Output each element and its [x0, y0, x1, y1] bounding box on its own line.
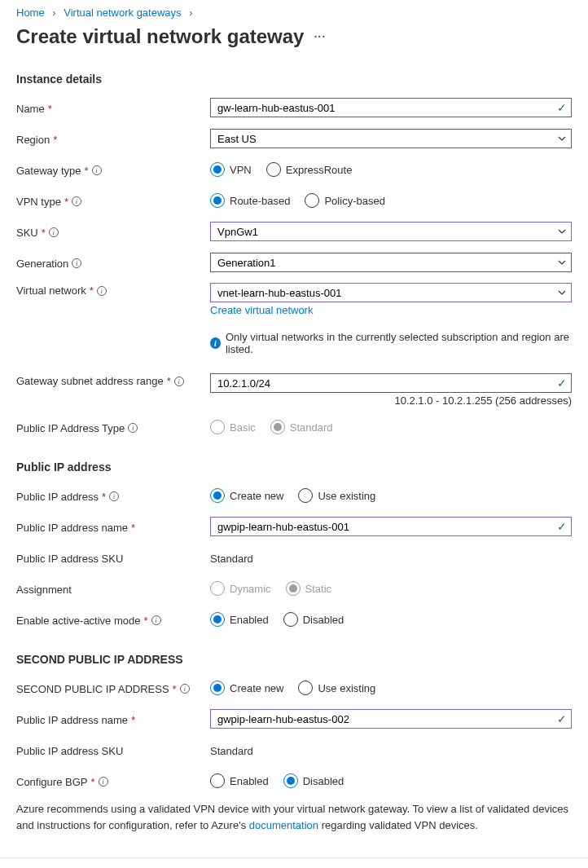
info-icon[interactable]: i	[109, 491, 119, 501]
breadcrumb: Home › Virtual network gateways ›	[16, 0, 572, 22]
radio-label: Create new	[230, 490, 283, 502]
required-indicator: *	[143, 615, 147, 627]
radio-pip2-create-new[interactable]: Create new	[210, 681, 283, 695]
radio-vpn-route[interactable]: Route-based	[210, 193, 290, 208]
info-banner-vnet: i Only virtual networks in the currently…	[210, 331, 572, 355]
required-indicator: *	[131, 522, 135, 534]
required-indicator: *	[173, 683, 177, 695]
radio-label: Standard	[290, 421, 333, 434]
radio-label: ExpressRoute	[286, 164, 353, 176]
required-indicator: *	[90, 284, 94, 297]
radio-label: Dynamic	[230, 583, 271, 595]
info-icon[interactable]: i	[99, 777, 108, 786]
section-second-pip: SECOND PUBLIC IP ADDRESS	[16, 653, 572, 666]
info-icon[interactable]: i	[72, 258, 81, 268]
required-indicator: *	[90, 776, 94, 788]
sku-select[interactable]	[210, 222, 572, 241]
label-generation: Generation	[16, 258, 68, 270]
label-region: Region	[16, 134, 50, 146]
info-icon[interactable]: i	[180, 684, 190, 694]
page-title: Create virtual network gateway ···	[16, 25, 572, 48]
radio-label: Create new	[230, 682, 283, 694]
required-indicator: *	[42, 227, 46, 239]
label-subnet-range: Gateway subnet address range	[16, 375, 164, 387]
label-pip-type: Public IP Address Type	[16, 422, 125, 434]
radio-pip-standard: Standard	[270, 420, 333, 434]
label-pip-name: Public IP address name	[16, 522, 128, 534]
radio-pip-use-existing[interactable]: Use existing	[298, 488, 375, 503]
pip2-name-input[interactable]	[210, 709, 572, 729]
info-icon: i	[210, 337, 221, 349]
radio-aa-enabled[interactable]: Enabled	[210, 612, 269, 627]
label-second-pip: SECOND PUBLIC IP ADDRESS	[16, 683, 169, 695]
required-indicator: *	[64, 196, 68, 208]
chevron-right-icon: ›	[189, 7, 192, 19]
label-pip-address: Public IP address	[16, 491, 99, 503]
pip2-sku-value: Standard	[210, 743, 572, 757]
info-icon[interactable]: i	[92, 165, 102, 175]
label-configure-bgp: Configure BGP	[16, 776, 87, 788]
vpn-device-note: Azure recommends using a validated VPN d…	[16, 801, 572, 833]
label-assignment: Assignment	[16, 584, 72, 596]
radio-gateway-expressroute[interactable]: ExpressRoute	[266, 162, 353, 177]
subnet-range-input[interactable]	[210, 373, 572, 393]
radio-label: Route-based	[230, 195, 290, 207]
label-vpn-type: VPN type	[16, 196, 61, 208]
radio-label: VPN	[230, 164, 252, 176]
radio-label: Disabled	[303, 775, 344, 787]
required-indicator: *	[48, 103, 52, 115]
radio-label: Enabled	[230, 775, 269, 787]
link-create-vnet[interactable]: Create virtual network	[210, 304, 313, 316]
label-pip2-sku: Public IP address SKU	[16, 745, 123, 757]
radio-assign-static: Static	[286, 581, 332, 596]
label-pip2-name: Public IP address name	[16, 714, 128, 726]
footer-bar: Review + create Previous Next : Tags > D…	[0, 857, 588, 868]
required-indicator: *	[131, 714, 135, 726]
required-indicator: *	[102, 491, 106, 503]
radio-pip-basic: Basic	[210, 420, 256, 434]
radio-pip2-use-existing[interactable]: Use existing	[298, 681, 375, 695]
radio-label: Use existing	[318, 682, 375, 694]
info-icon[interactable]: i	[72, 196, 81, 206]
chevron-right-icon: ›	[52, 7, 55, 19]
region-select[interactable]	[210, 129, 572, 148]
radio-vpn-policy[interactable]: Policy-based	[305, 193, 384, 208]
radio-label: Static	[305, 583, 332, 595]
generation-select[interactable]	[210, 253, 572, 272]
radio-label: Use existing	[318, 490, 375, 502]
info-banner-text: Only virtual networks in the currently s…	[226, 331, 572, 355]
name-input[interactable]	[210, 98, 572, 117]
vnet-select[interactable]	[210, 283, 572, 302]
subnet-range-hint: 10.2.1.0 - 10.2.1.255 (256 addresses)	[210, 394, 572, 407]
note-post: regarding validated VPN devices.	[318, 819, 478, 831]
radio-bgp-disabled[interactable]: Disabled	[283, 773, 344, 788]
more-actions-icon[interactable]: ···	[314, 30, 326, 43]
breadcrumb-parent[interactable]: Virtual network gateways	[64, 7, 181, 19]
info-icon[interactable]: i	[97, 286, 107, 296]
label-gateway-type: Gateway type	[16, 165, 81, 177]
label-name: Name	[16, 103, 45, 115]
label-sku: SKU	[16, 227, 38, 239]
pip-sku-value: Standard	[210, 551, 572, 565]
radio-bgp-enabled[interactable]: Enabled	[210, 773, 269, 788]
info-icon[interactable]: i	[128, 423, 138, 433]
label-active-active: Enable active-active mode	[16, 615, 140, 627]
info-icon[interactable]: i	[49, 227, 59, 237]
page-title-text: Create virtual network gateway	[16, 25, 304, 48]
radio-gateway-vpn[interactable]: VPN	[210, 162, 252, 177]
info-icon[interactable]: i	[174, 377, 184, 386]
label-pip-sku: Public IP address SKU	[16, 553, 123, 565]
radio-aa-disabled[interactable]: Disabled	[283, 612, 344, 627]
section-public-ip: Public IP address	[16, 460, 572, 474]
required-indicator: *	[85, 165, 89, 177]
radio-pip-create-new[interactable]: Create new	[210, 488, 283, 503]
radio-label: Basic	[230, 421, 256, 434]
label-vnet: Virtual network	[16, 284, 86, 297]
link-documentation[interactable]: documentation	[249, 819, 318, 831]
info-icon[interactable]: i	[151, 615, 161, 625]
radio-label: Policy-based	[324, 195, 384, 207]
breadcrumb-home[interactable]: Home	[16, 7, 45, 19]
section-instance-details: Instance details	[16, 73, 572, 86]
pip-name-input[interactable]	[210, 517, 572, 536]
required-indicator: *	[53, 134, 57, 146]
